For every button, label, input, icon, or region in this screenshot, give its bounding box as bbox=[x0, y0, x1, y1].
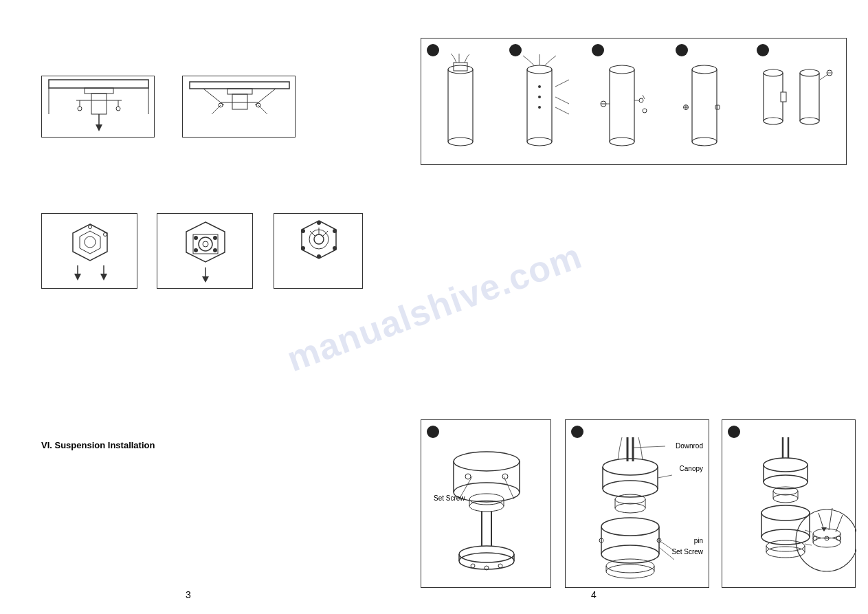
svg-line-174 bbox=[829, 508, 832, 530]
svg-line-141 bbox=[633, 446, 665, 448]
suspension3-svg bbox=[722, 434, 856, 595]
svg-rect-2 bbox=[91, 94, 107, 114]
svg-point-47 bbox=[317, 254, 321, 259]
svg-point-110 bbox=[459, 546, 514, 562]
svg-point-79 bbox=[692, 65, 717, 74]
svg-rect-0 bbox=[49, 80, 148, 88]
ceiling-diagram-1 bbox=[41, 76, 155, 138]
svg-line-64 bbox=[555, 107, 569, 114]
suspension-diagram-3 bbox=[722, 419, 856, 588]
page-number-right: 4 bbox=[591, 589, 597, 600]
svg-line-62 bbox=[555, 80, 569, 87]
svg-marker-23 bbox=[80, 231, 100, 254]
svg-point-33 bbox=[199, 237, 212, 251]
suspension-diagram-1: Set Screw bbox=[421, 419, 551, 588]
svg-point-131 bbox=[601, 518, 659, 536]
svg-rect-16 bbox=[232, 94, 247, 109]
canopy-label: Canopy bbox=[680, 465, 703, 472]
svg-rect-57 bbox=[454, 63, 467, 71]
svg-point-43 bbox=[314, 234, 324, 244]
canopy-diagram-2-svg bbox=[157, 214, 254, 289]
svg-line-63 bbox=[555, 97, 569, 104]
svg-line-142 bbox=[658, 475, 672, 478]
svg-point-37 bbox=[213, 236, 217, 240]
step5-svg bbox=[751, 52, 834, 166]
svg-line-120 bbox=[504, 476, 514, 499]
canopy-diagram-3 bbox=[274, 213, 363, 289]
svg-point-91 bbox=[764, 118, 783, 124]
section-title: VI. Suspension Installation bbox=[41, 440, 155, 450]
svg-point-158 bbox=[761, 529, 810, 545]
svg-point-71 bbox=[610, 138, 634, 146]
svg-marker-30 bbox=[100, 274, 107, 281]
svg-point-113 bbox=[459, 553, 514, 569]
page-number-left: 3 bbox=[186, 589, 191, 600]
downrod-label: Downrod bbox=[676, 442, 703, 450]
svg-line-171 bbox=[805, 530, 812, 532]
svg-rect-1 bbox=[85, 88, 113, 94]
svg-marker-28 bbox=[74, 274, 81, 281]
canopy-diagram-3-svg bbox=[274, 214, 364, 289]
svg-rect-92 bbox=[781, 92, 786, 102]
svg-point-34 bbox=[203, 241, 208, 247]
svg-point-74 bbox=[639, 98, 643, 102]
svg-point-46 bbox=[333, 246, 337, 250]
svg-point-25 bbox=[89, 226, 92, 229]
svg-point-93 bbox=[800, 69, 819, 76]
svg-point-127 bbox=[615, 494, 645, 504]
svg-point-88 bbox=[764, 69, 783, 76]
svg-point-116 bbox=[471, 564, 475, 568]
svg-point-109 bbox=[502, 474, 508, 479]
set-screw-label-2: Set Screw bbox=[671, 548, 703, 556]
svg-point-61 bbox=[527, 138, 552, 146]
step4-svg bbox=[669, 52, 744, 166]
suspension2-svg bbox=[566, 434, 710, 595]
svg-point-162 bbox=[766, 547, 805, 558]
svg-point-100 bbox=[454, 452, 520, 471]
suspension-diagram-2: Downrod Canopy pin Set Screw bbox=[565, 419, 709, 588]
canopy-diagram-1-svg bbox=[42, 214, 138, 289]
svg-point-35 bbox=[194, 236, 198, 240]
svg-point-147 bbox=[764, 458, 808, 472]
svg-marker-22 bbox=[73, 224, 107, 261]
svg-line-21 bbox=[258, 105, 267, 114]
svg-point-130 bbox=[615, 503, 645, 513]
svg-line-97 bbox=[820, 74, 828, 80]
svg-point-151 bbox=[773, 487, 798, 495]
svg-line-175 bbox=[836, 515, 843, 532]
step1-svg bbox=[425, 52, 497, 166]
svg-point-45 bbox=[333, 229, 337, 233]
svg-point-56 bbox=[448, 138, 473, 146]
svg-marker-41 bbox=[302, 221, 336, 259]
svg-rect-12 bbox=[190, 82, 289, 89]
svg-point-82 bbox=[692, 138, 717, 146]
svg-point-138 bbox=[606, 564, 654, 578]
canopy-diagram-2 bbox=[157, 213, 253, 289]
svg-point-67 bbox=[538, 106, 541, 109]
svg-point-44 bbox=[317, 221, 321, 225]
svg-point-36 bbox=[194, 248, 198, 252]
svg-point-123 bbox=[603, 459, 658, 475]
ceiling-diagram-2 bbox=[182, 76, 296, 138]
svg-point-53 bbox=[448, 65, 473, 74]
svg-point-66 bbox=[538, 96, 541, 98]
svg-point-26 bbox=[104, 233, 107, 237]
svg-point-104 bbox=[469, 494, 504, 505]
svg-point-154 bbox=[773, 494, 798, 503]
ceiling-diagram-2-svg bbox=[183, 76, 296, 138]
svg-marker-176 bbox=[821, 527, 827, 531]
svg-point-159 bbox=[766, 540, 805, 551]
svg-point-135 bbox=[606, 559, 654, 573]
svg-point-48 bbox=[301, 246, 305, 250]
svg-point-155 bbox=[761, 505, 810, 520]
svg-point-49 bbox=[301, 229, 305, 233]
svg-point-118 bbox=[498, 564, 502, 568]
svg-point-134 bbox=[601, 545, 659, 563]
svg-point-96 bbox=[800, 118, 819, 124]
svg-point-68 bbox=[610, 65, 634, 74]
svg-rect-15 bbox=[227, 89, 252, 94]
svg-point-24 bbox=[85, 237, 96, 248]
svg-point-38 bbox=[213, 248, 217, 252]
step3-svg bbox=[586, 52, 662, 166]
set-screw-label-1: Set Screw bbox=[434, 494, 465, 502]
